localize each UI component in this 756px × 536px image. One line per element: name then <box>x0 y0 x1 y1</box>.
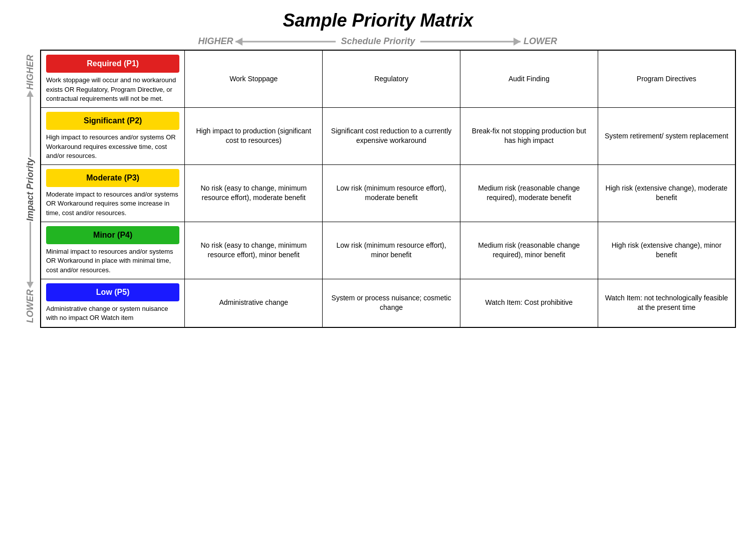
side-arrow-down <box>27 222 34 288</box>
arrow-left <box>235 37 336 47</box>
cell-content-1-2: Break-fix not stopping production but ha… <box>472 127 586 145</box>
data-cell-4-1: System or process nuisance; cosmetic cha… <box>323 279 460 327</box>
side-arrow-up <box>27 90 34 157</box>
data-cell-1-2: Break-fix not stopping production but ha… <box>460 107 598 164</box>
data-cell-0-0: Work Stoppage <box>185 50 323 107</box>
data-cell-4-0: Administrative change <box>185 279 323 327</box>
table-row: Low (P5)Administrative change or system … <box>41 279 735 327</box>
impact-desc-1: High impact to resources and/or systems … <box>46 133 179 160</box>
impact-cell-3: Minor (P4)Minimal impact to resources an… <box>41 222 185 279</box>
table-row: Required (P1)Work stoppage will occur an… <box>41 50 735 107</box>
cell-content-0-2: Audit Finding <box>509 75 550 83</box>
impact-desc-0: Work stoppage will occur and no workarou… <box>46 76 179 103</box>
cell-content-1-1: Significant cost reduction to a currentl… <box>331 127 451 145</box>
data-cell-4-2: Watch Item: Cost prohibitive <box>460 279 598 327</box>
cell-content-3-2: Medium risk (reasonable change required)… <box>478 241 580 259</box>
data-cell-0-3: Program Directives <box>598 50 735 107</box>
table-row: Significant (P2)High impact to resources… <box>41 107 735 164</box>
table-row: Minor (P4)Minimal impact to resources an… <box>41 222 735 279</box>
data-cell-2-3: High risk (extensive change), moderate b… <box>598 164 735 222</box>
priority-badge-3: Minor (P4) <box>46 226 179 244</box>
data-cell-1-3: System retirement/ system replacement <box>598 107 735 164</box>
impact-desc-3: Minimal impact to resources and/or syste… <box>46 247 179 275</box>
schedule-priority-row: HIGHER Schedule Priority LOWER <box>20 36 736 47</box>
cell-content-3-0: No risk (easy to change, minimum resourc… <box>200 241 307 259</box>
data-cell-2-2: Medium risk (reasonable change required)… <box>460 164 598 222</box>
cell-content-0-0: Work Stoppage <box>229 75 278 83</box>
priority-badge-4: Low (P5) <box>46 283 179 301</box>
impact-lower-label: LOWER <box>25 289 36 323</box>
cell-content-2-3: High risk (extensive change), moderate b… <box>606 184 728 202</box>
data-cell-1-0: High impact to production (significant c… <box>185 107 323 164</box>
impact-priority-label: Impact Priority <box>20 158 40 221</box>
cell-content-4-3: Watch Item: not technologically feasible… <box>605 294 728 312</box>
data-cell-1-1: Significant cost reduction to a currentl… <box>323 107 460 164</box>
cell-content-3-1: Low risk (minimum resource effort), mino… <box>336 241 446 259</box>
cell-content-4-2: Watch Item: Cost prohibitive <box>485 298 573 306</box>
data-cell-3-2: Medium risk (reasonable change required)… <box>460 222 598 279</box>
cell-content-0-3: Program Directives <box>637 75 696 83</box>
matrix-table: Required (P1)Work stoppage will occur an… <box>40 50 736 328</box>
cell-content-2-1: Low risk (minimum resource effort), mode… <box>336 184 446 202</box>
cell-content-4-1: System or process nuisance; cosmetic cha… <box>332 294 451 312</box>
priority-badge-1: Significant (P2) <box>46 112 179 130</box>
data-cell-4-3: Watch Item: not technologically feasible… <box>598 279 735 327</box>
priority-badge-0: Required (P1) <box>46 55 179 73</box>
impact-desc-4: Administrative change or system nuisance… <box>46 304 179 322</box>
main-wrapper: HIGHER Impact Priority LOWER Required (P… <box>20 50 736 328</box>
data-cell-3-3: High risk (extensive change), minor bene… <box>598 222 735 279</box>
data-cell-2-1: Low risk (minimum resource effort), mode… <box>323 164 460 222</box>
impact-cell-4: Low (P5)Administrative change or system … <box>41 279 185 327</box>
data-cell-0-2: Audit Finding <box>460 50 598 107</box>
impact-cell-1: Significant (P2)High impact to resources… <box>41 107 185 164</box>
impact-desc-2: Moderate impact to resources and/or syst… <box>46 190 179 218</box>
impact-cell-2: Moderate (P3)Moderate impact to resource… <box>41 164 185 222</box>
schedule-lower-label: LOWER <box>521 36 561 47</box>
data-cell-2-0: No risk (easy to change, minimum resourc… <box>185 164 323 222</box>
arrow-right <box>420 37 521 47</box>
cell-content-3-3: High risk (extensive change), minor bene… <box>612 241 721 259</box>
table-row: Moderate (P3)Moderate impact to resource… <box>41 164 735 222</box>
impact-higher-label: HIGHER <box>25 55 36 90</box>
schedule-priority-label: Schedule Priority <box>341 36 415 47</box>
schedule-higher-label: HIGHER <box>195 36 235 47</box>
cell-content-0-1: Regulatory <box>374 75 408 83</box>
cell-content-4-0: Administrative change <box>219 298 288 306</box>
cell-content-1-0: High impact to production (significant c… <box>196 127 311 145</box>
cell-content-1-3: System retirement/ system replacement <box>605 132 728 140</box>
page-title: Sample Priority Matrix <box>283 10 473 31</box>
data-cell-3-0: No risk (easy to change, minimum resourc… <box>185 222 323 279</box>
data-cell-3-1: Low risk (minimum resource effort), mino… <box>323 222 460 279</box>
data-cell-0-1: Regulatory <box>323 50 460 107</box>
impact-cell-0: Required (P1)Work stoppage will occur an… <box>41 50 185 107</box>
cell-content-2-2: Medium risk (reasonable change required)… <box>478 184 580 202</box>
priority-badge-2: Moderate (P3) <box>46 169 179 187</box>
cell-content-2-0: No risk (easy to change, minimum resourc… <box>200 184 307 202</box>
impact-priority-side: HIGHER Impact Priority LOWER <box>20 50 40 328</box>
